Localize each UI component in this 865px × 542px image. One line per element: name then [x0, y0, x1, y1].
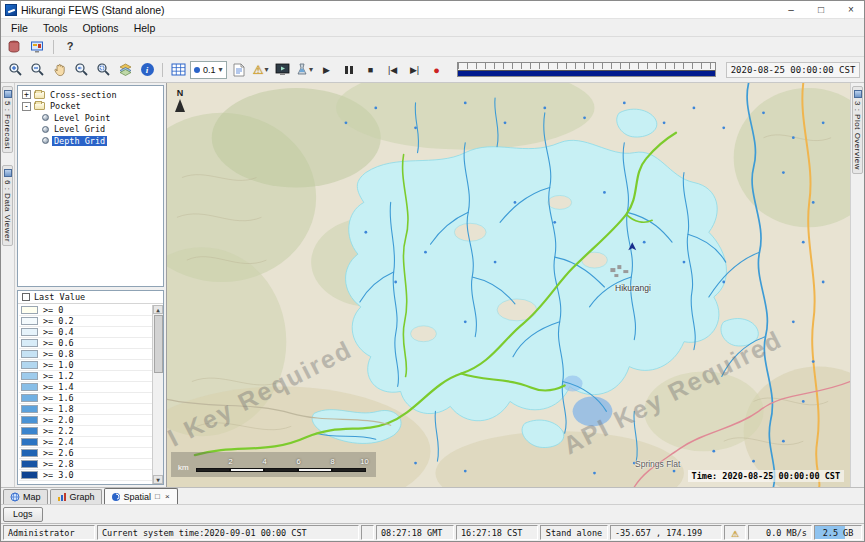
point-size-select[interactable]: 0.1 ▾	[190, 61, 227, 79]
thresholds-dropdown[interactable]: ⚠ ▾	[251, 60, 271, 79]
menu-options[interactable]: Options	[75, 21, 125, 35]
legend-row: >= 2.4	[19, 437, 152, 448]
sidebar-tab-plot-overview[interactable]: 3 : Plot Overview	[852, 86, 863, 174]
profile-dropdown[interactable]: ▾	[295, 60, 315, 79]
tree-row[interactable]: Level Grid	[18, 124, 163, 136]
legend-label: >= 2.6	[43, 448, 74, 458]
legend-row: >= 1.6	[19, 393, 152, 404]
time-slider[interactable]	[457, 62, 716, 77]
step-back-button[interactable]: |◀	[383, 60, 403, 79]
window-title: Hikurangi FEWS (Stand alone)	[21, 4, 774, 16]
hand-icon	[52, 62, 67, 77]
menu-help[interactable]: Help	[127, 21, 163, 35]
tab-map[interactable]: Map	[3, 489, 48, 504]
play-icon: ▶	[323, 65, 330, 75]
legend-swatch	[21, 372, 38, 380]
left-tab-strip: 5 : Forecast 6 : Data Viewer	[1, 83, 15, 487]
zoom-in-icon	[8, 62, 23, 77]
legend-swatch	[21, 361, 38, 369]
grid-display-button[interactable]	[168, 60, 188, 79]
tree-item-depth-grid[interactable]: Depth Grid	[52, 136, 107, 146]
database-button[interactable]	[4, 37, 24, 56]
expander-icon[interactable]: +	[22, 90, 31, 99]
legend-label: >= 1.6	[43, 393, 74, 403]
logs-button[interactable]: Logs	[3, 507, 43, 522]
document-icon	[233, 63, 245, 77]
legend-label: >= 0.6	[43, 338, 74, 348]
tree-row[interactable]: Level Point	[18, 112, 163, 124]
legend-row: >= 1.0	[19, 360, 152, 371]
tree-item-cross-section[interactable]: Cross-section	[48, 90, 119, 100]
app-window: Hikurangi FEWS (Stand alone) – □ × File …	[0, 0, 865, 542]
legend-row: >= 1.2	[19, 371, 152, 382]
tree-row[interactable]: - Pocket	[18, 101, 163, 113]
tree-item-pocket[interactable]: Pocket	[48, 101, 83, 111]
status-transfer-rate: 0.0 MB/s	[748, 525, 812, 540]
animation-button[interactable]	[273, 60, 293, 79]
sidebar-tab-forecast[interactable]: 5 : Forecast	[2, 86, 13, 153]
legend-label: >= 2.0	[43, 415, 74, 425]
scrollbar-thumb[interactable]	[154, 315, 163, 373]
sidebar-tab-data-viewer[interactable]: 6 : Data Viewer	[2, 165, 13, 246]
status-memory[interactable]: 2.5 GB	[814, 525, 862, 540]
statusbar: Administrator Current system time:2020-0…	[1, 523, 864, 541]
chevron-down-icon: ▾	[264, 65, 268, 74]
map-toolbar: i 0.1 ▾ ⚠ ▾ ▾ ▶ ■ |◀ ▶| ● 2020-	[1, 57, 864, 83]
data-viewer-icon	[4, 169, 12, 177]
minimize-button[interactable]: –	[778, 1, 804, 18]
app-icon	[5, 4, 17, 16]
help-button[interactable]: ?	[60, 37, 80, 56]
warning-icon: ⚠	[731, 526, 738, 540]
scroll-up-icon[interactable]: ▲	[153, 305, 163, 314]
scroll-down-icon[interactable]: ▼	[153, 475, 163, 484]
zoom-previous-button[interactable]	[71, 60, 91, 79]
tab-restore-icon[interactable]: □	[154, 493, 161, 501]
tree-item-level-grid[interactable]: Level Grid	[52, 124, 107, 134]
main-toolbar: ?	[1, 37, 864, 57]
layer-tree: + Cross-section - Pocket Level Point Lev…	[17, 85, 164, 287]
tree-row[interactable]: Depth Grid	[18, 135, 163, 147]
zoom-extent-button[interactable]	[93, 60, 113, 79]
maximize-button[interactable]: □	[808, 1, 834, 18]
timeseries-doc-button[interactable]	[229, 60, 249, 79]
layers-icon	[118, 62, 133, 77]
map-canvas[interactable]	[167, 83, 850, 487]
layers-button[interactable]	[115, 60, 135, 79]
legend-swatch	[21, 339, 38, 347]
info-button[interactable]: i	[137, 60, 157, 79]
chevron-down-icon: ▾	[309, 65, 313, 74]
layer-grid-icon	[42, 137, 49, 144]
expander-icon[interactable]: -	[22, 102, 31, 111]
step-forward-button[interactable]: ▶|	[405, 60, 425, 79]
pause-icon	[345, 66, 353, 74]
forecast-icon	[4, 90, 12, 98]
warning-icon: ⚠	[253, 63, 264, 77]
zoom-extent-icon	[96, 62, 111, 77]
pan-button[interactable]	[49, 60, 69, 79]
tab-close-icon[interactable]: ×	[164, 493, 171, 501]
tab-spatial[interactable]: Spatial □ ×	[104, 488, 178, 504]
last-value-checkbox[interactable]	[22, 293, 30, 301]
stop-button[interactable]: ■	[361, 60, 381, 79]
zoom-out-button[interactable]	[27, 60, 47, 79]
menu-tools[interactable]: Tools	[36, 21, 75, 35]
status-local-time: 16:27:18 CST	[456, 525, 538, 540]
tree-row[interactable]: + Cross-section	[18, 89, 163, 101]
stop-icon: ■	[368, 65, 373, 75]
play-button[interactable]: ▶	[317, 60, 337, 79]
info-icon: i	[141, 63, 154, 76]
record-button[interactable]: ●	[427, 60, 447, 79]
layer-grid-icon	[42, 126, 49, 133]
zoom-in-button[interactable]	[5, 60, 25, 79]
legend-scrollbar[interactable]: ▲ ▼	[152, 305, 163, 484]
tab-spatial-label: Spatial	[124, 492, 152, 502]
toolbar-separator	[53, 40, 54, 54]
tab-graph[interactable]: Graph	[50, 489, 102, 504]
display-button[interactable]	[27, 37, 47, 56]
menu-file[interactable]: File	[4, 21, 35, 35]
tree-item-level-point[interactable]: Level Point	[52, 113, 112, 123]
pause-button[interactable]	[339, 60, 359, 79]
close-button[interactable]: ×	[838, 1, 864, 18]
legend-label: >= 0.4	[43, 327, 74, 337]
status-warning[interactable]: ⚠	[724, 525, 746, 540]
